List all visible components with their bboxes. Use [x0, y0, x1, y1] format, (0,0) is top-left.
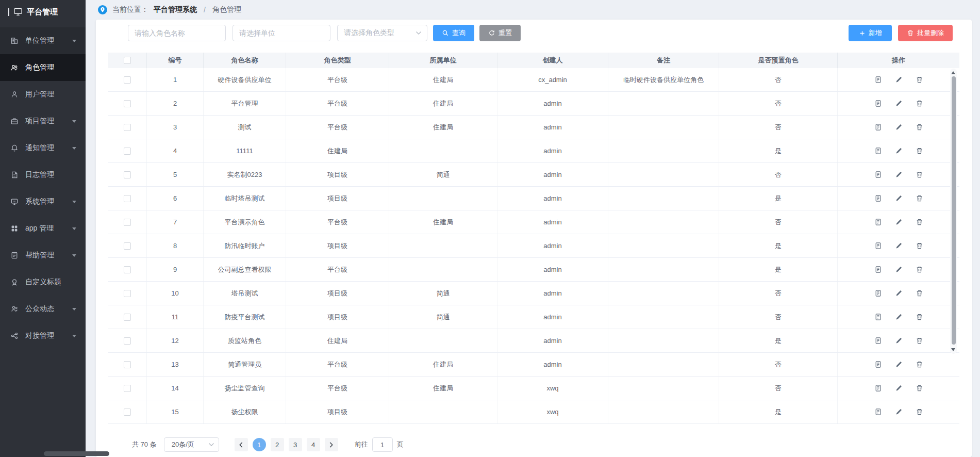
page-size-select[interactable]: 20条/页 [164, 437, 219, 452]
delete-button[interactable] [916, 361, 923, 368]
role-name-input[interactable] [128, 25, 226, 41]
delete-button[interactable] [916, 242, 923, 250]
delete-button[interactable] [916, 194, 923, 202]
delete-button[interactable] [916, 266, 923, 273]
row-checkbox[interactable] [124, 409, 131, 416]
delete-button[interactable] [916, 337, 923, 345]
unit-input[interactable] [232, 25, 330, 41]
view-button[interactable] [874, 194, 882, 202]
edit-icon [895, 76, 903, 84]
goto-page-input[interactable] [372, 437, 393, 452]
row-checkbox[interactable] [124, 314, 131, 321]
view-button[interactable] [874, 171, 882, 178]
row-checkbox[interactable] [124, 219, 131, 226]
page-button-2[interactable]: 2 [271, 438, 284, 451]
row-checkbox[interactable] [124, 242, 131, 250]
view-icon [874, 123, 882, 131]
edit-button[interactable] [895, 100, 903, 107]
edit-button[interactable] [895, 171, 903, 178]
row-checkbox[interactable] [124, 100, 131, 107]
view-button[interactable] [874, 100, 882, 107]
sidebar-item-1[interactable]: 角色管理 [0, 54, 86, 81]
sidebar-item-4[interactable]: 通知管理 [0, 135, 86, 161]
sidebar-item-6[interactable]: 系统管理 [0, 188, 86, 215]
edit-button[interactable] [895, 289, 903, 297]
edit-button[interactable] [895, 313, 903, 321]
batch-delete-button[interactable]: 批量删除 [898, 25, 953, 41]
sidebar-item-11[interactable]: 对接管理 [0, 322, 86, 349]
cell-role-type: 项目级 [286, 282, 389, 305]
delete-button[interactable] [916, 384, 923, 392]
edit-button[interactable] [895, 242, 903, 250]
delete-button[interactable] [916, 408, 923, 416]
role-type-select[interactable]: 请选择角色类型 [337, 25, 427, 41]
view-button[interactable] [874, 266, 882, 273]
row-checkbox[interactable] [124, 385, 131, 392]
view-button[interactable] [874, 361, 882, 368]
edit-button[interactable] [895, 408, 903, 416]
sidebar-item-9[interactable]: 自定义标题 [0, 269, 86, 296]
edit-button[interactable] [895, 147, 903, 155]
scroll-up-icon[interactable] [951, 71, 955, 74]
select-all-checkbox[interactable] [124, 57, 131, 64]
view-button[interactable] [874, 408, 882, 416]
table-scrollbar[interactable] [950, 69, 957, 354]
row-checkbox[interactable] [124, 290, 131, 297]
row-checkbox[interactable] [124, 337, 131, 345]
scrollbar-thumb[interactable] [952, 76, 956, 345]
sidebar-item-3[interactable]: 项目管理 [0, 108, 86, 135]
view-button[interactable] [874, 147, 882, 155]
delete-button[interactable] [916, 171, 923, 178]
delete-button[interactable] [916, 76, 923, 84]
view-button[interactable] [874, 242, 882, 250]
chevron-left-icon [238, 442, 244, 448]
page-button-1[interactable]: 1 [253, 438, 266, 451]
delete-button[interactable] [916, 123, 923, 131]
delete-button[interactable] [916, 313, 923, 321]
view-button[interactable] [874, 76, 882, 84]
delete-button[interactable] [916, 289, 923, 297]
view-button[interactable] [874, 384, 882, 392]
edit-button[interactable] [895, 123, 903, 131]
next-page-button[interactable] [325, 438, 338, 451]
edit-button[interactable] [895, 337, 903, 345]
row-checkbox[interactable] [124, 266, 131, 273]
edit-button[interactable] [895, 218, 903, 226]
page-button-4[interactable]: 4 [307, 438, 320, 451]
sidebar-item-label: 通知管理 [25, 143, 65, 153]
delete-button[interactable] [916, 218, 923, 226]
horizontal-scrollbar-thumb[interactable] [44, 451, 109, 456]
sidebar-item-2[interactable]: 用户管理 [0, 81, 86, 108]
row-checkbox[interactable] [124, 361, 131, 368]
view-button[interactable] [874, 218, 882, 226]
delete-button[interactable] [916, 147, 923, 155]
edit-button[interactable] [895, 194, 903, 202]
edit-button[interactable] [895, 361, 903, 368]
reset-button[interactable]: 重置 [479, 25, 521, 41]
row-checkbox[interactable] [124, 76, 131, 84]
row-actions [874, 384, 923, 392]
prev-page-button[interactable] [235, 438, 248, 451]
sidebar-item-0[interactable]: 单位管理 [0, 27, 86, 54]
search-button[interactable]: 查询 [433, 25, 474, 41]
sidebar-item-10[interactable]: 公众动态 [0, 296, 86, 322]
edit-button[interactable] [895, 266, 903, 273]
edit-button[interactable] [895, 76, 903, 84]
page-button-3[interactable]: 3 [289, 438, 302, 451]
row-checkbox[interactable] [124, 124, 131, 131]
add-button[interactable]: 新增 [849, 25, 892, 41]
view-button[interactable] [874, 337, 882, 345]
edit-button[interactable] [895, 384, 903, 392]
row-checkbox[interactable] [124, 195, 131, 202]
scroll-down-icon[interactable] [951, 348, 955, 351]
sidebar-item-8[interactable]: 帮助管理 [0, 242, 86, 269]
sidebar-item-5[interactable]: 日志管理 [0, 161, 86, 188]
view-button[interactable] [874, 313, 882, 321]
view-button[interactable] [874, 289, 882, 297]
breadcrumb-root[interactable]: 平台管理系统 [154, 5, 197, 14]
view-button[interactable] [874, 123, 882, 131]
row-checkbox[interactable] [124, 148, 131, 155]
row-checkbox[interactable] [124, 171, 131, 178]
delete-button[interactable] [916, 100, 923, 107]
sidebar-item-7[interactable]: app 管理 [0, 215, 86, 242]
